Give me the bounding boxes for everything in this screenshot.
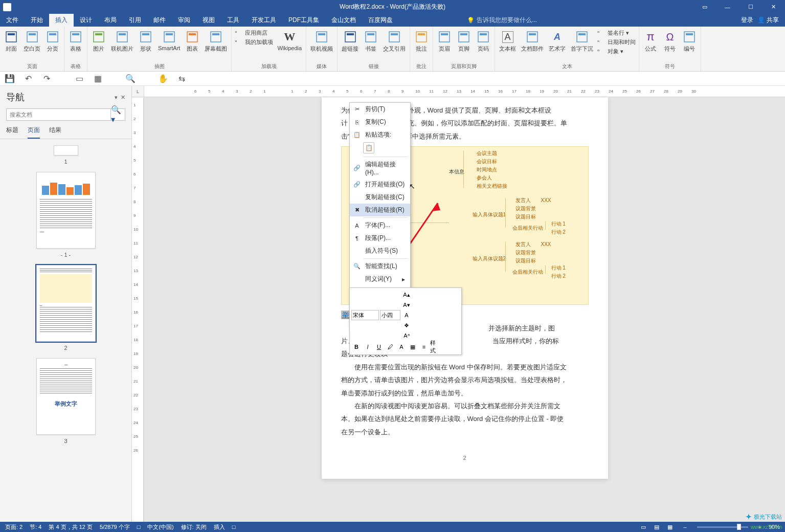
signature[interactable]: ▫签名行 ▾ (597, 29, 636, 37)
login-button[interactable]: 登录 (741, 16, 753, 25)
undo-icon[interactable]: ↶ (23, 73, 34, 84)
mini-btn[interactable]: ≡ (419, 342, 429, 352)
search-input[interactable] (7, 109, 110, 120)
tab-金山文档[interactable]: 金山文档 (325, 14, 362, 27)
tab-邮件[interactable]: 邮件 (147, 14, 172, 27)
mini-btn[interactable]: ❖ (401, 320, 412, 330)
share-button[interactable]: 👤 共享 (757, 16, 779, 25)
close-button[interactable]: ✕ (762, 0, 785, 14)
status-track[interactable]: 修订: 关闭 (181, 523, 207, 531)
status-words[interactable]: 5/2879 个字 (100, 523, 130, 531)
nav-tab-结果[interactable]: 结果 (49, 126, 61, 139)
thumb-3[interactable]: ━━━ 举例文字 (36, 358, 96, 435)
hyperlink[interactable]: 超链接 (341, 29, 360, 54)
status-ext[interactable]: □ (232, 524, 236, 530)
ctx-剪切(T)[interactable]: ✂剪切(T) (350, 103, 410, 116)
cover-page[interactable]: 封面 (3, 29, 19, 54)
bookmark[interactable]: 书签 (363, 29, 379, 54)
tab-PDF工具集[interactable]: PDF工具集 (282, 14, 325, 27)
qat-btn-2[interactable]: ▦ (92, 73, 103, 84)
smartart[interactable]: SmartArt (157, 29, 181, 52)
qat-btn-1[interactable]: ▭ (74, 73, 85, 84)
screenshot[interactable]: 屏幕截图 (204, 29, 228, 54)
page-break[interactable]: 分页 (44, 29, 61, 54)
drop-cap[interactable]: 首字下沉 (570, 29, 594, 54)
minimize-button[interactable]: — (716, 0, 739, 14)
ctx-复制(C)[interactable]: ⎘复制(C) (350, 116, 410, 128)
mini-btn[interactable]: A (401, 310, 412, 320)
mini-btn[interactable]: I (363, 342, 373, 352)
picture[interactable]: 图片 (91, 29, 107, 54)
paste-option-icon[interactable]: 📋 (363, 142, 374, 153)
mini-btn[interactable]: A▴ (401, 290, 412, 300)
mini-btn[interactable]: U (374, 342, 384, 352)
my-addins[interactable]: ▫我的加载项 (235, 38, 273, 46)
chart[interactable]: 图表 (184, 29, 200, 54)
view-read-icon[interactable]: ▭ (637, 524, 649, 530)
ctx-取消超链接(R)[interactable]: ✖取消超链接(R) (350, 204, 410, 216)
status-lang-icon[interactable]: □ (137, 524, 141, 530)
online-video[interactable]: 联机视频 (309, 29, 334, 54)
ribbon-options-icon[interactable]: ▭ (693, 0, 716, 14)
thumb-0[interactable] (54, 145, 78, 156)
tab-文件[interactable]: 文件 (0, 14, 25, 27)
mini-btn[interactable]: Aᵃ (401, 330, 412, 341)
thumb-2[interactable]: ━━ (36, 265, 96, 342)
mini-btn[interactable]: ▦ (408, 342, 418, 352)
number[interactable]: 编号 (681, 29, 698, 54)
online-picture[interactable]: 联机图片 (110, 29, 134, 54)
qat-btn-4[interactable]: ✋ (158, 73, 169, 84)
page-number[interactable]: 页码 (475, 29, 491, 54)
symbol[interactable]: Ω符号 (662, 29, 678, 54)
comment[interactable]: 批注 (413, 29, 430, 54)
tab-插入[interactable]: 插入 (49, 14, 74, 27)
nav-dropdown-icon[interactable]: ▾ (115, 94, 118, 101)
search-icon[interactable]: 🔍▾ (110, 109, 125, 120)
qat-btn-3[interactable]: 🔍 (125, 73, 136, 84)
mini-btn[interactable]: A (396, 342, 407, 352)
ctx-字体(F)...[interactable]: A字体(F)... (350, 219, 410, 232)
ctx-打开超链接(O)[interactable]: 🔗打开超链接(O) (350, 178, 410, 191)
maximize-button[interactable]: ☐ (739, 0, 762, 14)
ctx-段落(P)...[interactable]: ¶段落(P)... (350, 232, 410, 245)
nav-search[interactable]: 🔍▾ (6, 108, 125, 121)
view-print-icon[interactable]: ▤ (651, 524, 663, 530)
save-icon[interactable]: 💾 (4, 73, 15, 84)
quick-parts[interactable]: 文档部件 (520, 29, 545, 54)
mini-font[interactable] (351, 310, 379, 320)
blank-page[interactable]: 空白页 (23, 29, 41, 54)
status-section[interactable]: 节: 4 (30, 523, 41, 531)
zoom-out[interactable]: – (683, 524, 686, 530)
tab-百度网盘[interactable]: 百度网盘 (362, 14, 399, 27)
store[interactable]: ▫应用商店 (235, 29, 273, 37)
mini-btn[interactable]: 样式 (430, 342, 440, 352)
tab-设计[interactable]: 设计 (74, 14, 98, 27)
status-pages[interactable]: 第 4 页，共 12 页 (49, 523, 93, 531)
status-lang[interactable]: 中文(中国) (147, 523, 173, 531)
qat-btn-5[interactable]: ⇆ (176, 73, 187, 84)
document-area[interactable]: 1234567891011121314151617181920212223242… (144, 86, 785, 522)
tab-开始[interactable]: 开始 (25, 14, 49, 27)
thumb-1[interactable]: ━━━━ (36, 172, 96, 249)
object[interactable]: ▫对象 ▾ (597, 47, 636, 55)
footer[interactable]: 页脚 (456, 29, 472, 54)
header[interactable]: 页眉 (436, 29, 453, 54)
ctx-同义词(Y)[interactable]: 同义词(Y)▸ (350, 273, 410, 285)
redo-icon[interactable]: ↷ (41, 73, 52, 84)
table[interactable]: 表格 (68, 29, 84, 54)
ctx-智能查找(L)[interactable]: 🔍智能查找(L) (350, 260, 410, 273)
status-page[interactable]: 页面: 2 (5, 523, 23, 531)
mini-btn[interactable]: B (351, 342, 362, 352)
textbox[interactable]: A文本框 (498, 29, 517, 54)
ctx-粘贴选项:[interactable]: 📋粘贴选项: (350, 128, 410, 141)
tell-me[interactable]: 💡 告诉我您想要做什么... (467, 14, 537, 27)
mini-size[interactable] (380, 310, 400, 320)
ctx-复制超链接(C)[interactable]: 复制超链接(C) (350, 191, 410, 204)
tab-视图[interactable]: 视图 (196, 14, 221, 27)
tab-工具[interactable]: 工具 (221, 14, 245, 27)
zoom-slider[interactable] (697, 526, 748, 528)
mini-btn[interactable]: A▾ (401, 300, 412, 310)
mini-btn[interactable]: 🖊 (385, 342, 395, 352)
cross-ref[interactable]: 交叉引用 (382, 29, 407, 54)
tab-开发工具[interactable]: 开发工具 (245, 14, 282, 27)
